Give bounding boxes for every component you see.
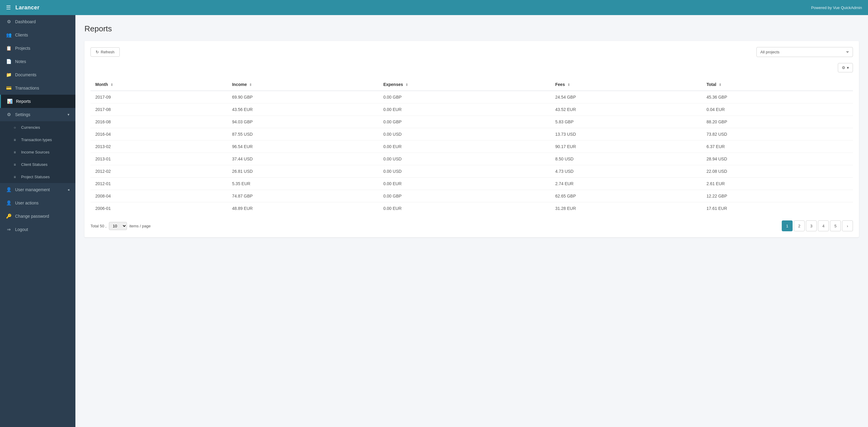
- sidebar-item-client-statuses[interactable]: ≡ Client Statuses: [0, 158, 75, 171]
- page-btn-1[interactable]: 1: [782, 220, 793, 231]
- cell-fees: 8.50 USD: [550, 153, 702, 165]
- notes-icon: 📄: [6, 59, 11, 64]
- sidebar-item-label: Settings: [15, 112, 30, 117]
- table-header: Month ⇕ Income ⇕ Expenses ⇕ Fees: [91, 79, 853, 91]
- cell-month: 2017-08: [91, 103, 227, 116]
- total-label: Total 50 ,: [91, 224, 106, 228]
- cell-income: 87.55 USD: [227, 128, 378, 141]
- cell-month: 2008-04: [91, 190, 227, 202]
- sidebar-item-clients[interactable]: 👥 Clients: [0, 28, 75, 41]
- cell-fees: 13.73 USD: [550, 128, 702, 141]
- cell-month: 2013-02: [91, 141, 227, 153]
- reports-table: Month ⇕ Income ⇕ Expenses ⇕ Fees: [91, 79, 853, 214]
- cell-expenses: 0.00 GBP: [378, 190, 550, 202]
- cell-fees: 24.54 GBP: [550, 91, 702, 103]
- projects-filter[interactable]: All projects: [756, 47, 853, 57]
- col-income[interactable]: Income ⇕: [227, 79, 378, 91]
- col-month[interactable]: Month ⇕: [91, 79, 227, 91]
- sidebar-item-income-sources[interactable]: ≡ Income Sources: [0, 146, 75, 158]
- sidebar-item-reports[interactable]: 📊 Reports: [0, 95, 75, 108]
- sidebar-item-label: Clients: [15, 33, 28, 37]
- page-btn-5[interactable]: 5: [830, 220, 841, 231]
- change-password-icon: 🔑: [6, 214, 11, 219]
- page-next-button[interactable]: ›: [842, 220, 853, 231]
- sidebar-item-user-management[interactable]: 👤 User management ◂: [0, 183, 75, 196]
- cell-total: 17.61 EUR: [702, 202, 853, 215]
- cell-income: 74.87 GBP: [227, 190, 378, 202]
- cell-expenses: 0.00 EUR: [378, 141, 550, 153]
- cell-total: 45.36 GBP: [702, 91, 853, 103]
- cell-fees: 4.73 USD: [550, 165, 702, 178]
- sort-expenses-icon: ⇕: [405, 83, 408, 87]
- cell-total: 12.22 GBP: [702, 190, 853, 202]
- topbar: ☰ Larancer Powered by Vue QuickAdmin: [0, 0, 868, 15]
- table-row: 2008-0474.87 GBP0.00 GBP62.65 GBP12.22 G…: [91, 190, 853, 202]
- table-body: 2017-0969.90 GBP0.00 GBP24.54 GBP45.36 G…: [91, 91, 853, 214]
- transaction-types-icon: ≡: [12, 138, 18, 142]
- sidebar-item-currencies[interactable]: ○ Currencies: [0, 121, 75, 133]
- sidebar-item-transactions[interactable]: 💳 Transactions: [0, 82, 75, 95]
- sidebar-item-label: Transactions: [15, 86, 39, 90]
- refresh-button[interactable]: ↻ Refresh: [91, 47, 120, 57]
- table-row: 2017-0969.90 GBP0.00 GBP24.54 GBP45.36 G…: [91, 91, 853, 103]
- cell-expenses: 0.00 GBP: [378, 91, 550, 103]
- sidebar-item-label: User management: [15, 187, 50, 192]
- currencies-icon: ○: [12, 125, 18, 130]
- sidebar-item-projects[interactable]: 📋 Projects: [0, 41, 75, 55]
- cell-month: 2016-04: [91, 128, 227, 141]
- cell-income: 96.54 EUR: [227, 141, 378, 153]
- cell-income: 37.44 USD: [227, 153, 378, 165]
- col-total[interactable]: Total ⇕: [702, 79, 853, 91]
- sidebar-item-settings[interactable]: ⚙ Settings ▾: [0, 108, 75, 121]
- sidebar-item-label: Dashboard: [15, 19, 36, 24]
- cell-expenses: 0.00 USD: [378, 128, 550, 141]
- sidebar-item-label: Project Statuses: [21, 175, 50, 179]
- logout-icon: ⇒: [6, 227, 11, 232]
- col-expenses[interactable]: Expenses ⇕: [378, 79, 550, 91]
- sort-month-icon: ⇕: [111, 83, 113, 87]
- sidebar-item-transaction-types[interactable]: ≡ Transaction types: [0, 133, 75, 146]
- sidebar-item-label: Reports: [16, 99, 31, 104]
- sidebar-item-change-password[interactable]: 🔑 Change password: [0, 210, 75, 223]
- sidebar-item-label: Projects: [15, 46, 30, 51]
- cell-income: 26.81 USD: [227, 165, 378, 178]
- page-btn-2[interactable]: 2: [794, 220, 805, 231]
- table-row: 2016-0894.03 GBP0.00 GBP5.83 GBP88.20 GB…: [91, 116, 853, 128]
- sidebar-item-label: Logout: [15, 227, 28, 232]
- menu-icon[interactable]: ☰: [6, 4, 11, 11]
- sidebar-item-logout[interactable]: ⇒ Logout: [0, 223, 75, 236]
- col-fees[interactable]: Fees ⇕: [550, 79, 702, 91]
- reports-icon: 📊: [7, 99, 12, 104]
- toolbar: ↻ Refresh All projects: [91, 47, 853, 57]
- table-row: 2012-0226.81 USD0.00 USD4.73 USD22.08 US…: [91, 165, 853, 178]
- per-page-select[interactable]: 102550100: [109, 222, 127, 230]
- cell-month: 2017-09: [91, 91, 227, 103]
- cell-month: 2013-01: [91, 153, 227, 165]
- powered-by: Powered by Vue QuickAdmin: [811, 5, 862, 10]
- clients-icon: 👥: [6, 32, 11, 38]
- cell-month: 2012-02: [91, 165, 227, 178]
- documents-icon: 📁: [6, 72, 11, 78]
- chevron-left-icon: ◂: [67, 188, 69, 192]
- table-row: 2017-0843.56 EUR0.00 EUR43.52 EUR0.04 EU…: [91, 103, 853, 116]
- gear-button[interactable]: ⚙ ▾: [838, 63, 853, 72]
- pagination-buttons: 12345›: [782, 220, 853, 231]
- sort-income-icon: ⇕: [249, 83, 252, 87]
- cell-income: 69.90 GBP: [227, 91, 378, 103]
- cell-total: 6.37 EUR: [702, 141, 853, 153]
- cell-expenses: 0.00 EUR: [378, 178, 550, 190]
- refresh-label: Refresh: [101, 50, 115, 54]
- page-btn-4[interactable]: 4: [818, 220, 829, 231]
- page-btn-3[interactable]: 3: [806, 220, 817, 231]
- cell-fees: 62.65 GBP: [550, 190, 702, 202]
- cell-income: 48.89 EUR: [227, 202, 378, 215]
- sidebar-item-project-statuses[interactable]: ≡ Project Statuses: [0, 171, 75, 183]
- transactions-icon: 💳: [6, 85, 11, 91]
- sidebar-item-user-actions[interactable]: 👤 User actions: [0, 196, 75, 210]
- cell-total: 2.61 EUR: [702, 178, 853, 190]
- sidebar-item-notes[interactable]: 📄 Notes: [0, 55, 75, 68]
- sidebar-item-label: User actions: [15, 201, 39, 205]
- sidebar-item-documents[interactable]: 📁 Documents: [0, 68, 75, 82]
- cell-month: 2012-01: [91, 178, 227, 190]
- sidebar-item-dashboard[interactable]: ⚙ Dashboard: [0, 15, 75, 28]
